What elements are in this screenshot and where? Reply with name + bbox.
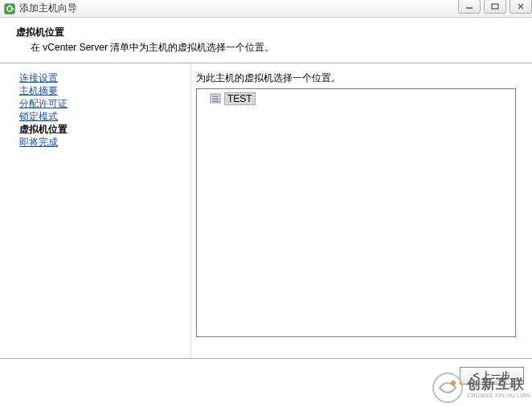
svg-rect-5 — [212, 96, 219, 97]
page-header: 虚拟机位置 在 vCenter Server 清单中为主机的虚拟机选择一个位置。 — [0, 18, 532, 63]
watermark-logo-icon — [432, 372, 464, 404]
maximize-button[interactable] — [484, 0, 506, 14]
minimize-button[interactable] — [458, 0, 481, 14]
titlebar: 添加主机向导 — [0, 0, 532, 18]
window-title: 添加主机向导 — [19, 2, 77, 15]
svg-point-9 — [451, 381, 456, 385]
sidebar-item-license[interactable]: 分配许可证 — [19, 97, 190, 110]
app-icon — [3, 2, 16, 15]
svg-rect-7 — [212, 100, 219, 102]
svg-rect-6 — [212, 98, 219, 100]
page-title: 虚拟机位置 — [16, 26, 516, 39]
tree-item[interactable]: TEST — [200, 92, 512, 105]
window-controls — [455, 0, 532, 14]
wizard-steps-sidebar: 连接设置 主机摘要 分配许可证 锁定模式 虚拟机位置 即将完成 — [0, 63, 191, 358]
main-area: 连接设置 主机摘要 分配许可证 锁定模式 虚拟机位置 即将完成 为此主机的虚拟机… — [0, 63, 532, 358]
content-area: 为此主机的虚拟机选择一个位置。 TEST — [191, 63, 532, 358]
watermark-cn: 创新互联 — [467, 377, 530, 393]
datacenter-icon — [210, 93, 223, 104]
sidebar-item-lockdown[interactable]: 锁定模式 — [19, 110, 190, 123]
sidebar-item-vm-location[interactable]: 虚拟机位置 — [19, 123, 190, 136]
location-tree[interactable]: TEST — [196, 88, 516, 337]
watermark-text: 创新互联 CHUANG XIN HU LIAN — [467, 377, 530, 398]
watermark-en: CHUANG XIN HU LIAN — [467, 393, 530, 399]
sidebar-item-ready[interactable]: 即将完成 — [19, 136, 190, 149]
sidebar-item-host-summary[interactable]: 主机摘要 — [19, 84, 190, 97]
svg-point-8 — [433, 373, 462, 402]
tree-item-label: TEST — [224, 92, 256, 105]
svg-rect-3 — [492, 4, 498, 9]
sidebar-item-connection[interactable]: 连接设置 — [19, 71, 190, 84]
close-button[interactable] — [509, 0, 532, 14]
watermark: 创新互联 CHUANG XIN HU LIAN — [432, 372, 530, 404]
content-label: 为此主机的虚拟机选择一个位置。 — [196, 71, 516, 85]
page-subtitle: 在 vCenter Server 清单中为主机的虚拟机选择一个位置。 — [16, 41, 516, 55]
